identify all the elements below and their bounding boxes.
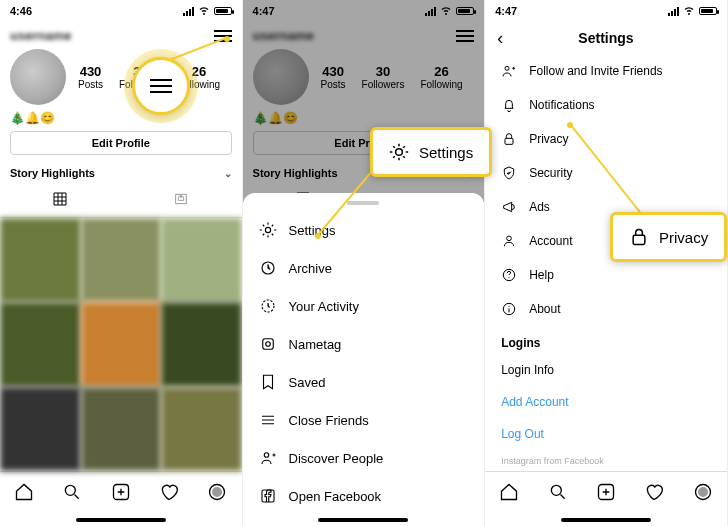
menu-item-activity[interactable]: Your Activity — [243, 287, 485, 325]
sheet-grabber[interactable] — [347, 201, 379, 205]
settings-item-login-info[interactable]: Login Info — [485, 354, 727, 386]
story-highlights-label: Story Highlights — [10, 167, 95, 179]
settings-item-follow[interactable]: Follow and Invite Friends — [485, 54, 727, 88]
status-indicators — [183, 4, 232, 18]
person-add-icon — [259, 449, 277, 467]
nav-activity-icon[interactable] — [644, 482, 664, 506]
wifi-icon — [683, 4, 695, 18]
menu-sheet: Settings Archive Your Activity Nametag S… — [243, 193, 485, 526]
avatar[interactable] — [10, 49, 66, 105]
svg-rect-14 — [505, 138, 513, 144]
settings-item-about[interactable]: About — [485, 292, 727, 326]
menu-item-facebook[interactable]: Open Facebook — [243, 477, 485, 515]
add-account-link[interactable]: Add Account — [485, 386, 727, 418]
username: username — [253, 28, 314, 43]
bottom-nav — [485, 471, 727, 515]
page-title: Settings — [578, 30, 633, 46]
status-bar: 4:46 — [0, 0, 242, 22]
battery-icon — [456, 7, 474, 15]
photo-grid[interactable] — [0, 218, 242, 471]
svg-point-20 — [551, 485, 561, 495]
profile-tabs — [0, 185, 242, 218]
activity-icon — [259, 297, 277, 315]
profile-bio: 🎄🔔😊 — [0, 111, 242, 125]
nav-profile-icon[interactable] — [207, 482, 227, 506]
lock-icon — [629, 227, 649, 247]
settings-item-label: Privacy — [529, 132, 568, 146]
menu-item-saved[interactable]: Saved — [243, 363, 485, 401]
status-bar: 4:47 — [243, 0, 485, 22]
stat-posts[interactable]: 430Posts — [78, 64, 103, 90]
svg-point-13 — [505, 66, 509, 70]
tab-tagged[interactable] — [121, 185, 242, 217]
svg-point-17 — [509, 277, 510, 278]
home-indicator[interactable] — [318, 518, 408, 522]
menu-item-nametag[interactable]: Nametag — [243, 325, 485, 363]
edit-profile-button[interactable]: Edit Profile — [10, 131, 232, 155]
wifi-icon — [440, 4, 452, 18]
svg-point-25 — [396, 149, 403, 156]
menu-item-settings[interactable]: Settings — [243, 211, 485, 249]
menu-item-label: Archive — [289, 261, 332, 276]
back-button[interactable]: ‹ — [497, 28, 503, 49]
settings-item-label: Security — [529, 166, 572, 180]
person-icon — [501, 233, 517, 249]
home-indicator[interactable] — [76, 518, 166, 522]
settings-item-label: Login Info — [501, 363, 554, 377]
settings-item-label: Help — [529, 268, 554, 282]
bottom-nav — [0, 471, 242, 515]
nav-home-icon[interactable] — [499, 482, 519, 506]
nav-search-icon[interactable] — [548, 482, 568, 506]
profile-stats: 430Posts 30Followers 26Following — [321, 64, 463, 90]
settings-item-help[interactable]: Help — [485, 258, 727, 292]
callout-dot — [315, 233, 321, 239]
home-indicator[interactable] — [561, 518, 651, 522]
menu-item-label: Settings — [289, 223, 336, 238]
screen-profile: 4:46 username 430Posts 30Followers 26Fol… — [0, 0, 243, 526]
nav-new-post-icon[interactable] — [596, 482, 616, 506]
menu-item-close-friends[interactable]: Close Friends — [243, 401, 485, 439]
info-icon — [501, 301, 517, 317]
nav-home-icon[interactable] — [14, 482, 34, 506]
settings-item-security[interactable]: Security — [485, 156, 727, 190]
battery-icon — [214, 7, 232, 15]
nav-profile-icon[interactable] — [693, 482, 713, 506]
callout-label: Privacy — [659, 229, 708, 246]
wifi-icon — [198, 4, 210, 18]
settings-item-label: Account — [529, 234, 572, 248]
menu-item-label: Your Activity — [289, 299, 359, 314]
settings-item-label: Ads — [529, 200, 550, 214]
callout-dot — [567, 122, 573, 128]
gear-icon — [389, 142, 409, 162]
status-indicators — [668, 4, 717, 18]
svg-rect-27 — [633, 235, 645, 244]
log-out-link[interactable]: Log Out — [485, 418, 727, 450]
svg-point-4 — [212, 487, 222, 497]
list-icon — [259, 411, 277, 429]
clock-icon — [259, 259, 277, 277]
svg-point-6 — [265, 227, 270, 232]
nav-activity-icon[interactable] — [159, 482, 179, 506]
story-highlights-row[interactable]: Story Highlights ⌄ — [0, 161, 242, 185]
nav-search-icon[interactable] — [62, 482, 82, 506]
settings-list[interactable]: Follow and Invite Friends Notifications … — [485, 54, 727, 471]
status-time: 4:46 — [10, 5, 32, 17]
menu-item-archive[interactable]: Archive — [243, 249, 485, 287]
nav-new-post-icon[interactable] — [111, 482, 131, 506]
profile-bio: 🎄🔔😊 — [243, 111, 485, 125]
settings-item-privacy[interactable]: Privacy — [485, 122, 727, 156]
tab-grid[interactable] — [0, 185, 121, 217]
svg-point-10 — [265, 342, 270, 347]
menu-item-discover[interactable]: Discover People — [243, 439, 485, 477]
menu-item-label: Open Facebook — [289, 489, 382, 504]
help-icon — [501, 267, 517, 283]
callout-dot — [224, 36, 230, 42]
status-bar: 4:47 — [485, 0, 727, 22]
username[interactable]: username — [10, 28, 71, 43]
settings-item-notifications[interactable]: Notifications — [485, 88, 727, 122]
svg-point-23 — [698, 487, 708, 497]
person-add-icon — [501, 63, 517, 79]
chevron-down-icon: ⌄ — [224, 168, 232, 179]
menu-item-label: Saved — [289, 375, 326, 390]
bell-icon — [501, 97, 517, 113]
